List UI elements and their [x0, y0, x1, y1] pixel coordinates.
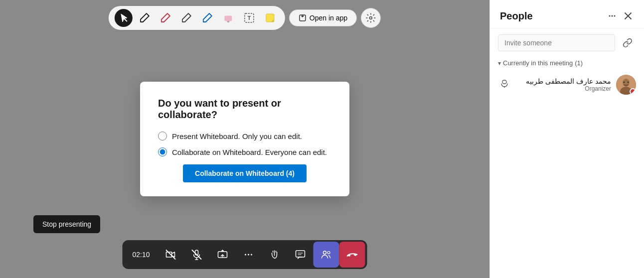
svg-point-25	[614, 15, 616, 17]
svg-point-24	[612, 15, 613, 17]
participant-info: محمد عارف المصطفى طربيه Organizer	[516, 77, 611, 92]
whiteboard-area: T Open in app	[0, 0, 489, 278]
chat-button[interactable]	[288, 242, 314, 268]
people-button[interactable]	[314, 242, 339, 268]
invite-input[interactable]	[498, 34, 615, 51]
invite-link-button[interactable]	[619, 34, 636, 51]
present-whiteboard-option[interactable]: Present Whiteboard. Only you can edit.	[158, 132, 331, 140]
svg-line-8	[166, 250, 175, 259]
collaborate-whiteboard-option[interactable]: Collaborate on Whiteboard. Everyone can …	[158, 147, 331, 156]
end-call-button[interactable]	[339, 242, 365, 268]
svg-point-22	[327, 252, 330, 254]
share-screen-button[interactable]	[210, 242, 236, 268]
camera-off-button[interactable]	[158, 242, 184, 268]
collaborate-radio[interactable]	[158, 147, 167, 156]
svg-point-23	[609, 15, 611, 17]
svg-point-34	[624, 82, 625, 83]
call-bar: 02:10	[122, 240, 367, 269]
panel-close-button[interactable]	[620, 8, 636, 24]
svg-point-21	[323, 251, 326, 254]
avatar	[616, 75, 636, 95]
present-option-label: Present Whiteboard. Only you can edit.	[172, 132, 302, 140]
collaborate-button[interactable]: Collaborate on Whiteboard (4)	[183, 164, 307, 182]
mute-participant-button[interactable]	[498, 77, 511, 92]
panel-title: People	[500, 10, 604, 22]
svg-point-17	[251, 254, 252, 256]
stop-presenting-button[interactable]: Stop presenting	[33, 215, 100, 233]
participant-row: محمد عارف المصطفى طربيه Organizer	[498, 72, 636, 98]
collaborate-dialog: Do you want to present or collaborate? P…	[140, 82, 349, 196]
participant-name: محمد عارف المصطفى طربيه	[516, 77, 611, 85]
panel-header: People	[490, 0, 644, 28]
people-panel: People Currently in this meeting	[489, 0, 644, 278]
avatar-status-badge	[630, 88, 636, 95]
mic-off-button[interactable]	[184, 242, 210, 268]
svg-point-35	[628, 82, 629, 83]
more-options-button[interactable]	[236, 242, 262, 268]
participant-role: Organizer	[516, 85, 611, 92]
collaborate-option-label: Collaborate on Whiteboard. Everyone can …	[172, 148, 327, 156]
dialog-title: Do you want to present or collaborate?	[158, 98, 331, 121]
currently-section: Currently in this meeting (1) محمد عارف …	[490, 57, 644, 102]
call-timer: 02:10	[124, 251, 158, 259]
currently-label: Currently in this meeting (1)	[498, 59, 636, 67]
svg-rect-18	[296, 251, 305, 257]
raise-hand-button[interactable]	[262, 242, 288, 268]
present-radio[interactable]	[158, 132, 167, 140]
dialog-overlay: Do you want to present or collaborate? P…	[0, 0, 489, 278]
invite-section	[490, 28, 644, 57]
svg-point-16	[248, 254, 249, 256]
svg-point-15	[245, 254, 246, 256]
panel-more-button[interactable]	[604, 8, 620, 24]
